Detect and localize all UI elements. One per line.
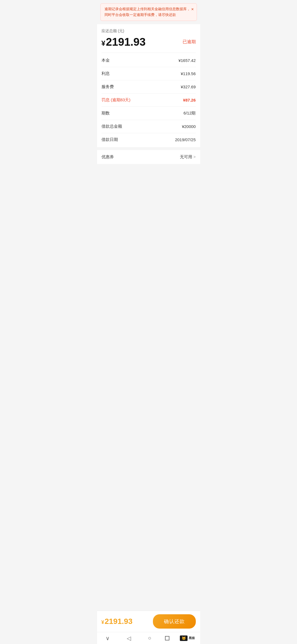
- detail-value-fuwufei: ¥327.69: [181, 84, 196, 89]
- detail-rows: 本金 ¥1657.42 利息 ¥119.56 服务费 ¥327.69 罚息 (逾…: [101, 53, 196, 147]
- detail-row: 利息 ¥119.56: [101, 67, 196, 80]
- detail-label-date: 借款日期: [101, 137, 118, 142]
- detail-value-jiekuan-total: ¥20000: [182, 124, 196, 129]
- overdue-badge: 已逾期: [183, 39, 196, 45]
- coupon-label: 优惠券: [101, 154, 114, 160]
- detail-value-lixi: ¥119.56: [181, 71, 196, 76]
- coupon-section: 优惠券 无可用 >: [97, 150, 200, 164]
- coupon-row[interactable]: 优惠券 无可用 >: [97, 150, 200, 164]
- detail-row: 借款日期 2019/07/25: [101, 133, 196, 146]
- detail-label-lixi: 利息: [101, 71, 110, 76]
- detail-label-qishu: 期数: [101, 111, 110, 116]
- coupon-value: 无可用 >: [180, 154, 196, 160]
- detail-value-qishu: 6/12期: [183, 111, 196, 116]
- detail-value-faxi: ¥87.26: [183, 98, 196, 102]
- detail-label-jiekuan-total: 借款总金额: [101, 124, 122, 129]
- detail-value-benjin: ¥1657.42: [178, 58, 196, 63]
- currency-symbol: ¥: [101, 39, 105, 47]
- coupon-no-available: 无可用: [180, 154, 192, 160]
- detail-label-faxi: 罚息 (逾期83天): [101, 97, 131, 103]
- total-row: ¥2191.93 已逾期: [101, 36, 196, 53]
- total-amount-value: 2191.93: [106, 36, 146, 48]
- detail-value-date: 2019/07/25: [175, 137, 196, 142]
- detail-row: 借款总金额 ¥20000: [101, 120, 196, 133]
- detail-label-fuwufei: 服务费: [101, 84, 114, 89]
- warning-text: 逾期记录会根据规定上传到相关金融信用信息数据库，同时平台会收取一定逾期手续费，请…: [105, 7, 190, 17]
- detail-label-benjin: 本金: [101, 58, 110, 63]
- chevron-right-icon: >: [193, 155, 196, 159]
- close-icon[interactable]: ×: [191, 6, 194, 13]
- detail-row: 本金 ¥1657.42: [101, 54, 196, 67]
- detail-row-faxi: 罚息 (逾期83天) ¥87.26: [101, 94, 196, 107]
- detail-row: 期数 6/12期: [101, 107, 196, 120]
- warning-banner: 逾期记录会根据规定上传到相关金融信用信息数据库，同时平台会收取一定逾期手续费，请…: [100, 3, 197, 21]
- detail-row: 服务费 ¥327.69: [101, 80, 196, 94]
- main-card: 应还总额 (元) ¥2191.93 已逾期 本金 ¥1657.42 利息 ¥11…: [97, 24, 200, 147]
- total-amount: ¥2191.93: [101, 36, 146, 48]
- total-label: 应还总额 (元): [101, 29, 196, 34]
